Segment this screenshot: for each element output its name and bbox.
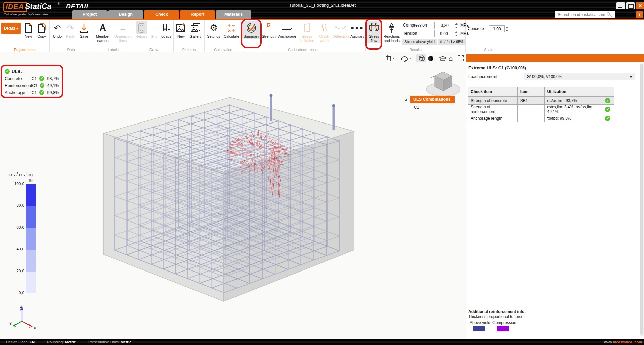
spinner-icon[interactable] (454, 30, 458, 37)
close-button[interactable] (636, 2, 644, 9)
new-picture-button[interactable]: New (174, 21, 188, 39)
reactions-loads-button[interactable]: Reactions and loads (382, 21, 401, 43)
stress-flow-button[interactable]: Stress flow (366, 21, 382, 43)
dimension-arrow-icon: ↔ (119, 21, 127, 34)
solid-view-button[interactable] (427, 54, 434, 62)
tree-item-c1[interactable]: C1 (414, 105, 419, 110)
additional-info-subtitle: Thickness proportional to force (468, 314, 523, 319)
group-caption: Code-check results (242, 48, 365, 52)
new-page-icon (24, 21, 33, 34)
auxiliary-button[interactable]: ●●● Auxiliary (350, 21, 365, 39)
new-picture-icon (176, 21, 186, 34)
legend-color-bar (26, 184, 36, 293)
chevron-down-icon[interactable]: ▾ (393, 54, 395, 62)
stress-above-yield-toggle[interactable]: Stress above yield (402, 39, 437, 45)
copy-button[interactable]: Copy (35, 21, 48, 39)
legend-band (26, 184, 36, 206)
tab-materials[interactable]: Materials (216, 10, 251, 19)
save-button[interactable]: Save (77, 21, 91, 39)
tension-input[interactable]: 0,00 (434, 30, 454, 37)
drm-dropdown[interactable]: DRM1 ▾ (1, 23, 21, 34)
strength-icon (264, 21, 273, 34)
zoom-window-tool[interactable] (386, 54, 392, 62)
rotate-tool[interactable] (400, 54, 409, 62)
tab-project[interactable]: Project (72, 10, 108, 19)
table-row[interactable]: Strength of concrete SB1 σc/σc,lim: 93,7… (468, 97, 614, 105)
tb-fbd-toggle[interactable]: τb / fbd > 95% (438, 39, 465, 45)
scrollbar-thumb[interactable] (640, 64, 643, 335)
stress-flow-icon (368, 21, 380, 34)
undo-icon: ↶ (54, 21, 61, 34)
group-code-check: Summary Strength Anchorage Stress limita… (242, 20, 366, 52)
check-icon (605, 116, 610, 121)
group-results: Stress flow Reactions and loads Compress… (366, 20, 466, 52)
tree-expander-icon[interactable] (404, 98, 407, 101)
panel-header-bar (466, 54, 644, 62)
rounding-label: Rounding: (47, 340, 64, 344)
svg-text:Y: Y (9, 321, 12, 325)
fullscreen-button[interactable] (458, 54, 464, 62)
product-name: DETAIL (66, 3, 90, 10)
minimize-button[interactable] (616, 2, 625, 9)
perspective-view-button[interactable] (439, 54, 447, 62)
info-button[interactable]: i (636, 11, 643, 18)
scrollbar[interactable] (640, 63, 644, 336)
footing-3d-model (0, 52, 466, 339)
compression-input[interactable]: -0,20 (434, 22, 454, 29)
spinner-icon[interactable] (505, 26, 509, 33)
concrete-scale-input[interactable]: 1,00 (489, 25, 505, 32)
status-bar: Design Code: EN Rounding: Metric Present… (0, 339, 644, 345)
svg-text:X: X (34, 326, 36, 330)
gallery-button[interactable]: Gallery (188, 21, 203, 39)
concrete-scale-label: Concrete (468, 26, 484, 31)
home-view-button[interactable]: ⌂ (449, 54, 453, 62)
tab-report[interactable]: Report (180, 10, 215, 19)
loads-icon (162, 21, 171, 34)
group-caption: Scale (466, 48, 512, 52)
summary-check-icon (246, 21, 257, 34)
group-scale: Concrete 1,00 Scale (466, 20, 512, 52)
legend-tick: 100,0 (11, 182, 24, 186)
stress-limitation-button: Stress limitation (297, 21, 317, 43)
legend-band (26, 250, 36, 272)
uls-row-reinforcement: Reinforcement C1 49,1% (5, 82, 59, 89)
new-project-item-button[interactable]: New (22, 21, 35, 39)
grid-icon (149, 21, 158, 34)
chevron-down-icon[interactable]: ▾ (409, 54, 411, 62)
member-names-button[interactable]: A Member names (93, 21, 113, 43)
tab-design[interactable]: Design (108, 10, 143, 19)
group-caption: Data (50, 48, 92, 52)
check-icon (605, 107, 610, 112)
gallery-icon (190, 21, 201, 34)
group-pictures: New Gallery Pictures (174, 20, 205, 52)
calculate-button[interactable]: + −× ÷ Calculate (222, 21, 241, 39)
group-caption: Draw (134, 48, 173, 52)
save-icon (80, 21, 88, 34)
anchorage-button[interactable]: Anchorage (277, 21, 297, 39)
copy-icon (37, 21, 46, 34)
tree-uls-combinations[interactable]: ULS Combinations (410, 96, 455, 103)
undo-button[interactable]: ↶ Undo (51, 21, 64, 39)
wireframe-view-button[interactable] (416, 54, 426, 62)
maximize-button[interactable] (626, 2, 635, 9)
table-row[interactable]: Strength of reinforcement εs/εs,lim: 3,4… (468, 105, 614, 114)
strength-button[interactable]: Strength (260, 21, 277, 39)
check-icon (5, 69, 10, 74)
units-value: Metric (121, 340, 131, 344)
summary-button[interactable]: Summary (242, 21, 260, 39)
3d-viewport[interactable]: ULS: Concrete C1 93,7% Reinforcement C1 … (0, 52, 466, 339)
tab-check[interactable]: Check (144, 10, 179, 19)
group-caption: Labels (92, 48, 134, 52)
table-row[interactable]: Anchorage length τb/fbd: 99,8% (468, 114, 614, 122)
loads-button[interactable]: Loads (160, 21, 173, 39)
deflection-button: Deflection (332, 21, 350, 39)
load-increment-dropdown[interactable]: G100,0%, V100,0% (524, 73, 635, 80)
crack-width-icon (320, 21, 328, 34)
check-results-table: Check item Item Utilization Strength of … (468, 87, 614, 122)
spinner-icon[interactable] (454, 22, 458, 29)
check-icon (605, 98, 610, 103)
settings-button[interactable]: ⚙ Settings (205, 21, 222, 39)
search-input[interactable] (555, 11, 615, 18)
results-panel: Extreme ULS: C1 (G100,0%) Load increment… (466, 52, 644, 339)
website-link[interactable]: www.ideastatica.com (604, 339, 642, 345)
